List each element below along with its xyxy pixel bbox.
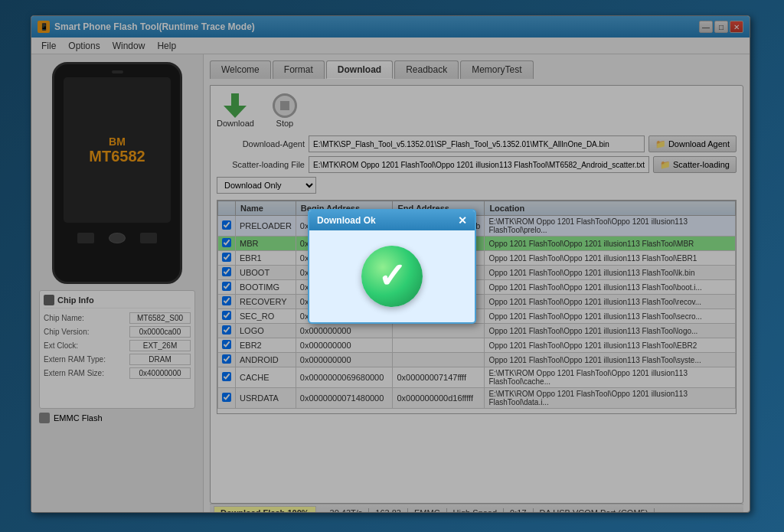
checkmark: ✓: [377, 259, 407, 293]
modal-body: ✓: [309, 230, 475, 322]
desktop: 📱 Smart Phone Flash Tool(Runtime Trace M…: [0, 0, 784, 532]
modal-close-button[interactable]: ✕: [458, 214, 467, 227]
download-ok-modal: Download Ok ✕ ✓: [308, 209, 476, 324]
modal-title: Download Ok: [317, 215, 376, 226]
modal-title-bar: Download Ok ✕: [309, 211, 475, 230]
success-icon: ✓: [361, 246, 423, 307]
modal-overlay: Download Ok ✕ ✓: [0, 0, 784, 532]
